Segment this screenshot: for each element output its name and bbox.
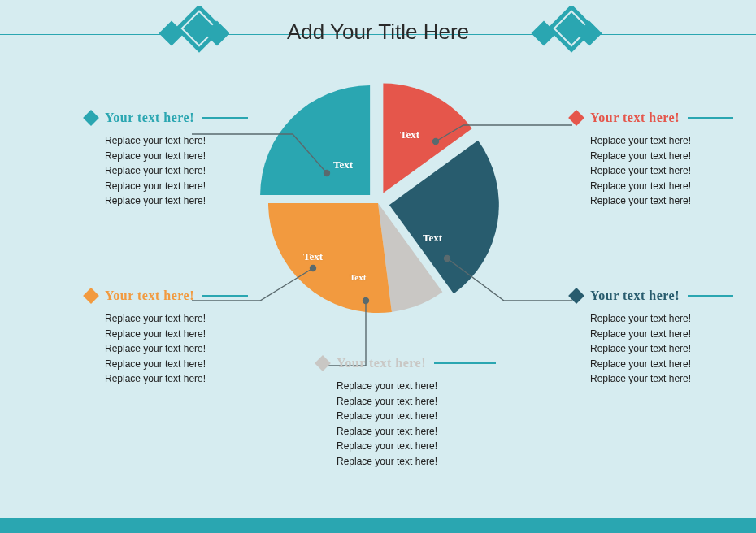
callout-grey: Your text here! Replace your text here!R… bbox=[317, 356, 496, 470]
callout-line: Replace your text here! bbox=[105, 357, 248, 372]
callout-line: Replace your text here! bbox=[105, 193, 248, 209]
callout-line: Replace your text here! bbox=[105, 341, 248, 357]
svg-point-10 bbox=[445, 256, 450, 262]
diamond-icon bbox=[568, 288, 584, 304]
callout-heading: Your text here! bbox=[590, 288, 680, 303]
svg-point-8 bbox=[433, 139, 439, 145]
callout-line: Replace your text here! bbox=[337, 424, 496, 440]
diamond-icon bbox=[83, 110, 99, 126]
callout-heading: Your text here! bbox=[105, 110, 194, 125]
callout-line: Replace your text here! bbox=[105, 371, 248, 387]
callout-body: Replace your text here!Replace your text… bbox=[85, 303, 248, 387]
diamond-icon bbox=[315, 355, 331, 371]
callout-line: Replace your text here! bbox=[590, 149, 733, 164]
callout-line: Replace your text here! bbox=[337, 454, 496, 470]
svg-point-11 bbox=[311, 266, 316, 271]
callout-line: Replace your text here! bbox=[590, 357, 733, 372]
callout-line: Replace your text here! bbox=[590, 133, 733, 149]
callout-red: Your text here! Replace your text here!R… bbox=[571, 110, 733, 209]
diamond-icon bbox=[568, 110, 584, 126]
callout-line: Replace your text here! bbox=[337, 379, 496, 394]
callout-line: Replace your text here! bbox=[105, 327, 248, 342]
callout-dark: Your text here! Replace your text here!R… bbox=[571, 288, 733, 387]
callout-heading: Your text here! bbox=[105, 288, 194, 303]
callout-body: Replace your text here!Replace your text… bbox=[317, 370, 496, 470]
callout-line: Replace your text here! bbox=[590, 327, 733, 342]
callout-orange: Your text here! Replace your text here!R… bbox=[85, 288, 248, 387]
callout-heading: Your text here! bbox=[590, 110, 680, 125]
diamond-icon bbox=[83, 288, 99, 304]
callout-line: Replace your text here! bbox=[105, 163, 248, 179]
callout-line: Replace your text here! bbox=[590, 193, 733, 209]
callout-line: Replace your text here! bbox=[590, 371, 733, 387]
callout-teal: Your text here! Replace your text here!R… bbox=[85, 110, 248, 209]
callout-body: Replace your text here!Replace your text… bbox=[571, 125, 733, 209]
callout-line: Replace your text here! bbox=[105, 149, 248, 164]
callout-line: Replace your text here! bbox=[337, 394, 496, 410]
callout-line: Replace your text here! bbox=[337, 439, 496, 454]
callout-line: Replace your text here! bbox=[590, 341, 733, 357]
callout-line: Replace your text here! bbox=[105, 311, 248, 327]
callout-line: Replace your text here! bbox=[590, 163, 733, 179]
callout-body: Replace your text here!Replace your text… bbox=[571, 303, 733, 387]
callout-line: Replace your text here! bbox=[337, 409, 496, 424]
footer-bar bbox=[0, 518, 756, 533]
callout-line: Replace your text here! bbox=[590, 311, 733, 327]
callout-line: Replace your text here! bbox=[590, 179, 733, 194]
callout-heading: Your text here! bbox=[337, 356, 426, 370]
callout-line: Replace your text here! bbox=[105, 179, 248, 194]
callout-line: Replace your text here! bbox=[105, 133, 248, 149]
svg-point-12 bbox=[363, 298, 369, 304]
svg-point-9 bbox=[324, 171, 330, 176]
callout-body: Replace your text here!Replace your text… bbox=[85, 125, 248, 209]
